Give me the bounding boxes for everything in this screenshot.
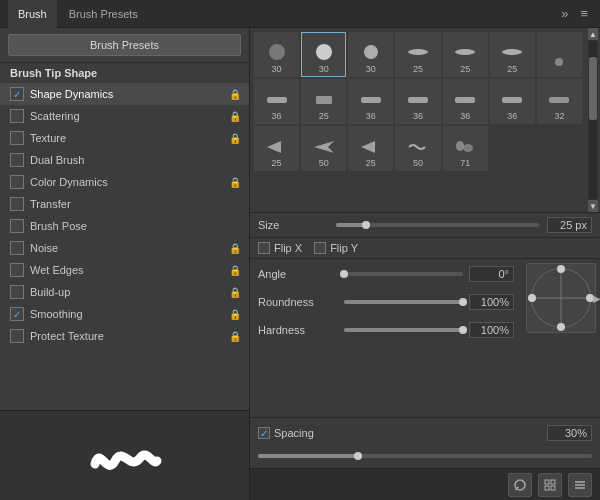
lock-shape-dynamics: 🔒 (229, 88, 241, 100)
svg-rect-9 (361, 97, 381, 103)
section-header: Brush Tip Shape (0, 63, 249, 83)
flip-x-checkbox[interactable] (258, 242, 270, 254)
check-shape-dynamics[interactable]: ✓ (10, 87, 24, 101)
scroll-down-arrow[interactable]: ▼ (588, 200, 598, 212)
angle-widget[interactable]: ▶ (526, 263, 596, 333)
lock-smoothing: 🔒 (229, 308, 241, 320)
lock-color-dynamics: 🔒 (229, 176, 241, 188)
lock-build-up: 🔒 (229, 286, 241, 298)
angle-dot-top[interactable] (557, 265, 565, 273)
check-transfer[interactable] (10, 197, 24, 211)
option-brush-pose[interactable]: Brush Pose (0, 215, 249, 237)
option-smoothing[interactable]: ✓ Smoothing 🔒 (0, 303, 249, 325)
brush-cell-9[interactable]: 25 (301, 79, 346, 124)
brush-cell-6[interactable]: 25 (490, 32, 535, 77)
roundness-label: Roundness (258, 296, 338, 308)
brush-cell-12[interactable]: 36 (443, 79, 488, 124)
panel-menu-button[interactable] (568, 473, 592, 497)
brush-cell-14[interactable]: 32 (537, 79, 582, 124)
brush-cell-17[interactable]: 25 (348, 126, 393, 171)
option-noise[interactable]: Noise 🔒 (0, 237, 249, 259)
angle-circle (531, 268, 591, 328)
angle-value: 0° (469, 266, 514, 282)
scroll-thumb[interactable] (589, 57, 597, 120)
brush-cell-4[interactable]: 25 (395, 32, 440, 77)
option-build-up[interactable]: Build-up 🔒 (0, 281, 249, 303)
spacing-slider[interactable] (258, 454, 592, 458)
lock-dual-brush (229, 154, 241, 166)
brush-presets-button[interactable]: Brush Presets (8, 34, 241, 56)
check-brush-pose[interactable] (10, 219, 24, 233)
preset-btn-row: Brush Presets (0, 28, 249, 63)
scroll-track[interactable] (589, 41, 597, 199)
angle-slider[interactable] (344, 272, 463, 276)
brush-cell-13[interactable]: 36 (490, 79, 535, 124)
brush-cell-15[interactable]: 25 (254, 126, 299, 171)
check-smoothing[interactable]: ✓ (10, 307, 24, 321)
flip-y-wrap[interactable]: Flip Y (314, 242, 358, 254)
svg-rect-13 (549, 97, 569, 103)
tab-brush-presets[interactable]: Brush Presets (59, 0, 148, 28)
svg-rect-12 (502, 97, 522, 103)
check-build-up[interactable] (10, 285, 24, 299)
spacing-value: 30% (547, 425, 592, 441)
brush-panel: Brush Brush Presets » ≡ Brush Presets Br… (0, 0, 600, 500)
check-texture[interactable] (10, 131, 24, 145)
check-scattering[interactable] (10, 109, 24, 123)
create-brush-button[interactable] (508, 473, 532, 497)
option-texture[interactable]: Texture 🔒 (0, 127, 249, 149)
option-protect-texture[interactable]: Protect Texture 🔒 (0, 325, 249, 347)
option-scattering[interactable]: Scattering 🔒 (0, 105, 249, 127)
roundness-value: 100% (469, 294, 514, 310)
spacing-checkbox[interactable]: ✓ (258, 427, 270, 439)
flip-y-label: Flip Y (330, 242, 358, 254)
scroll-up-arrow[interactable]: ▲ (588, 28, 598, 40)
spacing-slider-row (258, 448, 592, 464)
check-color-dynamics[interactable] (10, 175, 24, 189)
svg-rect-22 (545, 486, 549, 490)
hardness-value: 100% (469, 322, 514, 338)
brush-cell-10[interactable]: 36 (348, 79, 393, 124)
brush-cell-1[interactable]: 30 (254, 32, 299, 77)
option-wet-edges[interactable]: Wet Edges 🔒 (0, 259, 249, 281)
brush-cell-2[interactable]: 30 (301, 32, 346, 77)
angle-dot-left[interactable] (528, 294, 536, 302)
size-value: 25 px (547, 217, 592, 233)
option-dual-brush[interactable]: Dual Brush (0, 149, 249, 171)
check-protect-texture[interactable] (10, 329, 24, 343)
flip-y-checkbox[interactable] (314, 242, 326, 254)
tab-forward-icon[interactable]: » (557, 4, 572, 23)
brush-cell-7[interactable] (537, 32, 582, 77)
option-shape-dynamics[interactable]: ✓ Shape Dynamics 🔒 (0, 83, 249, 105)
grid-scrollbar[interactable]: ▲ ▼ (588, 28, 598, 212)
svg-point-2 (364, 45, 378, 59)
roundness-slider[interactable] (344, 300, 463, 304)
grid-view-button[interactable] (538, 473, 562, 497)
check-wet-edges[interactable] (10, 263, 24, 277)
tab-brush[interactable]: Brush (8, 0, 57, 28)
option-color-dynamics[interactable]: Color Dynamics 🔒 (0, 171, 249, 193)
tab-menu-icon[interactable]: ≡ (576, 4, 592, 23)
size-slider-thumb[interactable] (362, 221, 370, 229)
brush-preview-svg (85, 426, 165, 486)
hardness-slider[interactable] (344, 328, 463, 332)
brush-cell-18[interactable]: 50 (395, 126, 440, 171)
spacing-row: ✓ Spacing 30% (258, 422, 592, 444)
flip-x-wrap[interactable]: Flip X (258, 242, 302, 254)
brush-cell-5[interactable]: 25 (443, 32, 488, 77)
check-noise[interactable] (10, 241, 24, 255)
size-slider[interactable] (336, 223, 539, 227)
brush-cell-8[interactable]: 36 (254, 79, 299, 124)
brush-cell-11[interactable]: 36 (395, 79, 440, 124)
brush-cell-19[interactable]: 71 (443, 126, 488, 171)
brush-cell-3[interactable]: 30 (348, 32, 393, 77)
option-list[interactable]: ✓ Shape Dynamics 🔒 Scattering 🔒 Texture … (0, 83, 249, 410)
hardness-row: Hardness 100% (258, 319, 514, 341)
brush-cell-16[interactable]: 50 (301, 126, 346, 171)
option-transfer[interactable]: Transfer (0, 193, 249, 215)
angle-dot-bottom[interactable] (557, 323, 565, 331)
svg-point-3 (408, 49, 428, 55)
lock-wet-edges: 🔒 (229, 264, 241, 276)
brush-grid-container: 30 30 30 (250, 28, 600, 213)
check-dual-brush[interactable] (10, 153, 24, 167)
